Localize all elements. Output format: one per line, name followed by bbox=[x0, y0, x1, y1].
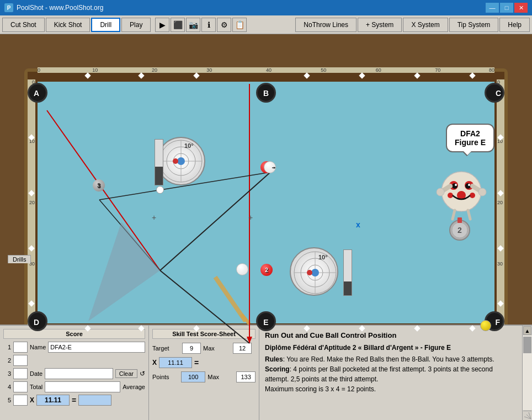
multiplier-field: 11.11 bbox=[36, 395, 70, 406]
tip-system-button[interactable]: Tip System bbox=[449, 18, 499, 32]
maximize-button[interactable]: □ bbox=[500, 3, 513, 13]
resize-grip[interactable] bbox=[523, 411, 532, 420]
pocket-c bbox=[485, 83, 504, 103]
thermometer-1 bbox=[155, 139, 163, 185]
info-max: Maximum scoring is 3 x 4 = 12 points. bbox=[265, 384, 517, 394]
date-label: Date bbox=[30, 370, 42, 377]
pocket-label-f: F bbox=[495, 318, 500, 327]
pocket-label-e: E bbox=[263, 318, 268, 327]
name-input[interactable] bbox=[48, 342, 145, 353]
scoring-label: Scoring bbox=[265, 365, 290, 373]
score-rows: 1 Name 2 3 Date Clear ↺ 4 bbox=[3, 341, 145, 406]
svg-point-37 bbox=[448, 193, 453, 198]
ball-2-red: 2 bbox=[260, 264, 273, 276]
speech-bubble: DFA2 Figure E bbox=[446, 124, 494, 152]
resize-icon bbox=[523, 411, 532, 420]
score-num-2: 2 bbox=[3, 357, 11, 364]
mascot-character bbox=[434, 161, 489, 222]
svg-rect-52 bbox=[457, 217, 462, 223]
svg-text:10°: 10° bbox=[184, 142, 194, 149]
skill-sheet-section: Skill Test Score-Sheet Target 9 Max 12 X… bbox=[149, 326, 259, 420]
ruler-right: 0 10 20 30 40 bbox=[497, 79, 504, 325]
score-box-3[interactable] bbox=[13, 368, 28, 379]
minimize-button[interactable]: — bbox=[486, 3, 499, 13]
no-throw-button[interactable]: NoThrow Lines bbox=[295, 18, 357, 32]
target-value[interactable]: 9 bbox=[182, 343, 201, 354]
kick-shot-button[interactable]: Kick Shot bbox=[46, 18, 91, 32]
info-icon-button[interactable]: ℹ bbox=[201, 18, 216, 32]
spin-diagram-2-svg: 10° bbox=[291, 248, 339, 297]
score-box-2[interactable] bbox=[13, 355, 28, 366]
score-section-left: Score 1 Name 2 3 Date Clear ↺ bbox=[0, 326, 149, 420]
info-title: Run Out and Cue Ball Control Position bbox=[265, 330, 517, 341]
date-input[interactable] bbox=[45, 368, 113, 379]
drill-button[interactable]: Drill bbox=[91, 18, 120, 32]
ball-yellow bbox=[480, 320, 491, 331]
pocket-label-d: D bbox=[34, 318, 39, 327]
drills-tab[interactable]: Drills bbox=[8, 255, 31, 263]
spin-diagram-2: 10° bbox=[290, 247, 338, 296]
target-label: Target bbox=[152, 345, 180, 352]
close-button[interactable]: ✕ bbox=[514, 3, 528, 13]
svg-point-42 bbox=[468, 184, 470, 186]
scroll-up[interactable]: ▲ bbox=[523, 326, 531, 335]
svg-text:2: 2 bbox=[457, 226, 462, 235]
speech-line1: DFA2 bbox=[460, 129, 480, 138]
score-row-3: 3 Date Clear ↺ bbox=[3, 368, 145, 380]
info-scoring: Scoring: 4 points per Ball pocketed at t… bbox=[265, 364, 517, 384]
scoring-text: : 4 points per Ball pocketed at the firs… bbox=[265, 365, 493, 383]
stop-icon-button[interactable]: ⬛ bbox=[171, 18, 185, 32]
play-button[interactable]: Play bbox=[121, 18, 151, 32]
scroll-thumb[interactable] bbox=[523, 337, 531, 353]
x-row: X 11.11 = bbox=[152, 357, 256, 369]
skill-sheet-title: Skill Test Score-Sheet bbox=[152, 329, 256, 339]
settings-icon-button[interactable]: ⚙ bbox=[217, 18, 231, 32]
svg-point-46 bbox=[478, 188, 486, 196]
clear-button[interactable]: Clear bbox=[115, 369, 137, 378]
svg-point-38 bbox=[470, 193, 475, 198]
camera-icon-button[interactable]: 📷 bbox=[186, 18, 200, 32]
score-box-4[interactable] bbox=[13, 381, 28, 392]
svg-point-23 bbox=[173, 158, 178, 164]
score-row-5: 5 X 11.11 = bbox=[3, 394, 145, 406]
clipboard-icon-button[interactable]: 📋 bbox=[232, 18, 247, 32]
play-icon-button[interactable]: ▶ bbox=[155, 18, 169, 32]
speech-line2: Figure E bbox=[455, 138, 486, 147]
target-max-value: 12 bbox=[233, 343, 252, 354]
therm-fill-2 bbox=[344, 281, 352, 295]
svg-point-29 bbox=[311, 269, 319, 277]
score-row-4: 4 Total Average bbox=[3, 381, 145, 393]
x-system-button[interactable]: X System bbox=[403, 18, 448, 32]
thermometer-2 bbox=[343, 249, 352, 296]
pocket-label-b: B bbox=[263, 89, 269, 98]
therm-fill-1 bbox=[155, 167, 163, 185]
info-scrollbar[interactable]: ▲ ▼ bbox=[522, 326, 532, 420]
info-panel: Run Out and Cue Ball Control Position Di… bbox=[259, 326, 522, 420]
cut-shot-button[interactable]: Cut Shot bbox=[2, 18, 45, 32]
svg-point-41 bbox=[455, 184, 457, 186]
scroll-track[interactable] bbox=[523, 336, 532, 410]
target-max-label: Max bbox=[203, 345, 231, 352]
help-button[interactable]: Help bbox=[499, 18, 530, 32]
x-label: X bbox=[30, 396, 34, 404]
points-value: 100 bbox=[181, 371, 205, 382]
toolbar: Cut Shot Kick Shot Drill Play ▶ ⬛ 📷 ℹ ⚙ … bbox=[0, 15, 532, 34]
svg-point-39 bbox=[452, 183, 457, 189]
svg-marker-15 bbox=[274, 167, 275, 169]
x-mult-label: X bbox=[152, 359, 157, 366]
info-subtitle: Diplôme Fédéral d'Aptitude 2 « Billard d… bbox=[265, 343, 517, 353]
spin-diagram-1-svg: 10° bbox=[157, 137, 205, 185]
svg-point-45 bbox=[437, 188, 444, 196]
spin-diagram-1: 10° bbox=[157, 137, 205, 185]
pool-table[interactable]: 0 10 20 30 40 50 60 70 80 0 10 20 30 40 … bbox=[0, 34, 532, 359]
svg-text:10°: 10° bbox=[318, 254, 328, 260]
total-input[interactable] bbox=[45, 381, 120, 392]
points-label: Points bbox=[152, 374, 179, 380]
points-row: Points 100 Max 133 bbox=[152, 371, 256, 383]
target-row: Target 9 Max 12 bbox=[152, 342, 256, 354]
ruler-top: 0 10 20 30 40 50 60 70 80 bbox=[38, 67, 494, 73]
score-row-2: 2 bbox=[3, 354, 145, 366]
score-box-5[interactable] bbox=[13, 395, 28, 406]
score-box-1[interactable] bbox=[13, 342, 28, 353]
plus-system-button[interactable]: + System bbox=[358, 18, 402, 32]
